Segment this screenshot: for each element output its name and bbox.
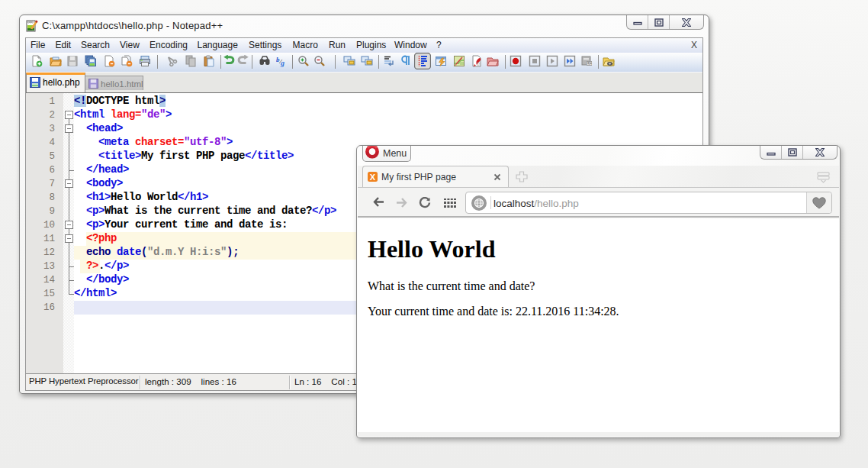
svg-text:b: b [276, 56, 280, 63]
svg-text:{}: {} [477, 61, 480, 66]
svg-text:LC: LC [587, 61, 593, 66]
svg-text:X: X [370, 173, 376, 182]
